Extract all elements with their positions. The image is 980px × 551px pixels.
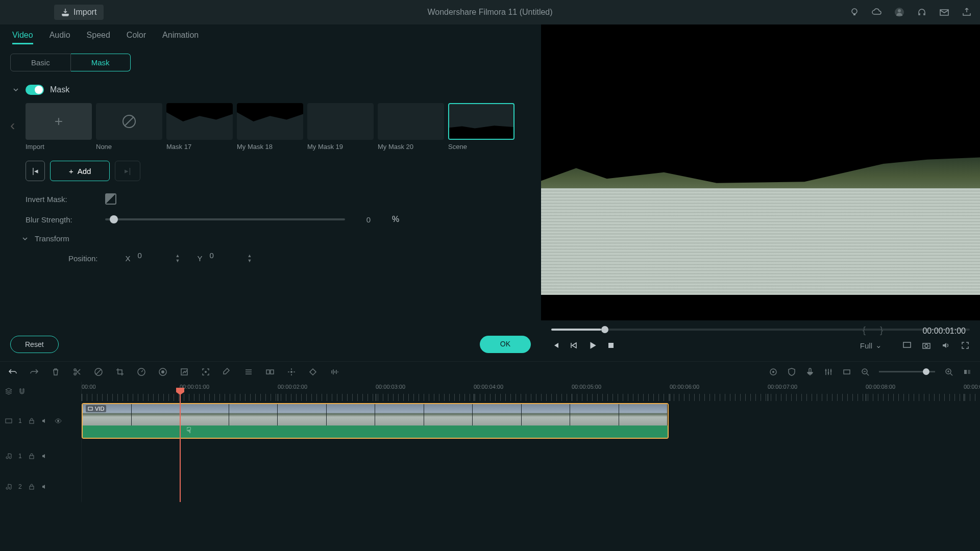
svg-rect-40 [30,456,34,459]
clip-label: VID [86,405,106,412]
zoom-group [769,367,972,377]
prev-keyframe-button[interactable]: |◂ [26,161,45,181]
tab-audio[interactable]: Audio [50,31,70,44]
ok-button[interactable]: OK [480,336,531,353]
lock-icon[interactable] [28,483,35,490]
tab-speed[interactable]: Speed [87,31,110,44]
mute-icon[interactable] [41,453,48,460]
stop-button[interactable] [607,342,615,349]
audio-mix-button[interactable] [330,367,339,377]
mail-icon[interactable] [939,7,949,17]
prev-frame-button[interactable] [551,341,559,349]
snapshot-icon[interactable] [922,341,931,350]
headset-icon[interactable] [917,7,927,17]
x-stepper[interactable]: ▲▼ [176,253,180,263]
export-icon[interactable] [962,7,972,17]
zoom-slider[interactable] [879,371,935,372]
paint-button[interactable] [223,367,232,377]
audio-track-icon [5,453,12,460]
focus-button[interactable] [201,367,210,377]
blur-value[interactable]: 0 [353,215,384,224]
group-button[interactable] [265,367,275,377]
zoom-out-button[interactable] [861,367,870,377]
mask-toggle[interactable] [26,85,44,95]
reset-button[interactable]: Reset [10,336,59,353]
mic-button[interactable] [805,367,815,377]
mask-item-none[interactable]: None [96,103,162,151]
fullscreen-icon[interactable] [961,341,970,350]
timecode: 00:00:01:00 [922,327,966,336]
mask-item-19[interactable]: My Mask 19 [307,103,374,151]
redo-button[interactable] [30,367,39,377]
playhead[interactable] [180,392,181,502]
position-y-input[interactable]: 0 [210,251,240,265]
quality-select[interactable]: Full ⌄ [855,339,887,352]
svg-rect-36 [968,370,970,374]
mark-in-out[interactable]: {} [863,325,883,336]
undo-button[interactable] [8,367,17,377]
greenscreen-button[interactable] [180,367,189,377]
preview-viewport[interactable] [541,24,980,361]
marker-button[interactable] [769,367,778,377]
color-button[interactable] [158,367,167,377]
motion-button[interactable] [287,367,296,377]
display-icon[interactable] [902,341,912,350]
invert-mask-checkbox[interactable] [105,193,116,205]
subtab-mask[interactable]: Mask [71,54,131,71]
magnet-icon[interactable] [18,388,26,395]
frames-button[interactable] [842,367,851,377]
lightbulb-icon[interactable] [849,7,860,17]
clip-audio-waveform [83,425,668,438]
cloud-icon[interactable] [872,7,882,17]
zoom-in-button[interactable] [944,367,953,377]
eye-icon[interactable] [55,417,62,424]
delete-button[interactable] [51,367,60,377]
video-clip[interactable]: VID [82,403,669,439]
mask-thumb [166,103,233,140]
keyframe-button[interactable] [308,367,317,377]
y-stepper[interactable]: ▲▼ [248,253,252,263]
lock-icon[interactable] [28,453,35,460]
tab-animation[interactable]: Animation [162,31,199,44]
gallery-prev-icon[interactable]: ‹ [10,117,15,134]
time-ruler[interactable]: 00:0000:00:01:0000:00:02:0000:00:03:0000… [82,382,980,401]
import-button[interactable]: Import [54,5,104,20]
shield-button[interactable] [787,367,796,377]
tab-color[interactable]: Color [127,31,146,44]
fx-button[interactable] [244,367,253,377]
transform-header[interactable]: Transform [12,234,529,243]
audio-track-1-header: 1 [0,441,81,471]
mask-item-17[interactable]: Mask 17 [166,103,233,151]
mute-icon[interactable] [41,483,48,490]
layers-icon[interactable] [5,388,12,395]
lock-icon[interactable] [28,417,35,424]
video-track-1[interactable]: VID ☟ [82,401,980,441]
crop-button[interactable] [115,367,125,377]
chevron-down-icon[interactable] [12,86,19,93]
timeline-options-row [0,382,81,401]
split-button[interactable] [72,367,82,377]
fit-button[interactable] [963,367,972,377]
position-x-input[interactable]: 0 [138,251,168,265]
track-area[interactable]: 00:0000:00:01:0000:00:02:0000:00:03:0000… [82,382,980,502]
avatar-icon[interactable] [894,7,904,17]
mask-item-import[interactable]: + Import [26,103,92,151]
mute-icon[interactable] [41,417,48,424]
subtab-basic[interactable]: Basic [10,54,71,71]
play-button[interactable] [588,341,597,350]
mixer-button[interactable] [824,367,833,377]
step-back-button[interactable] [570,341,578,349]
mask-item-scene[interactable]: Scene [448,103,514,151]
chevron-down-icon: ⌄ [875,341,882,350]
mask-item-20[interactable]: My Mask 20 [378,103,444,151]
blur-slider[interactable] [105,218,345,220]
prohibit-button[interactable] [94,367,103,377]
titlebar-right [849,7,972,17]
playback-progress[interactable] [551,329,970,331]
import-icon [61,8,69,16]
speed-button[interactable] [137,367,146,377]
mask-item-18[interactable]: My Mask 18 [237,103,303,151]
tab-video[interactable]: Video [12,31,33,44]
add-keyframe-button[interactable]: + Add [50,161,110,181]
volume-icon[interactable] [941,341,950,350]
